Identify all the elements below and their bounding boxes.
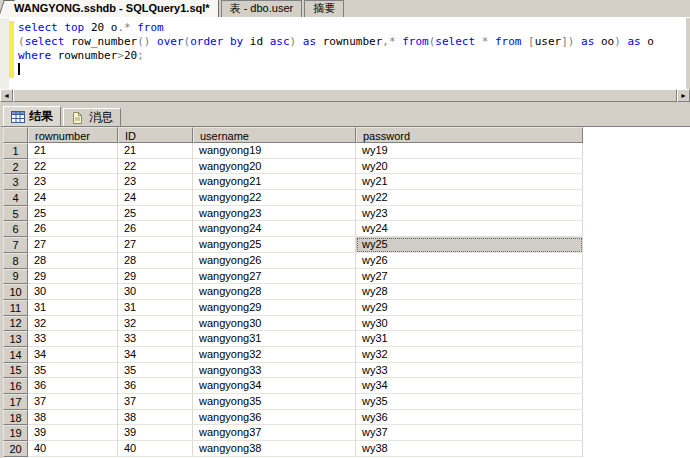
- cell-password[interactable]: wy31: [356, 331, 583, 347]
- cell-id[interactable]: 34: [118, 347, 193, 363]
- cell-rownumber[interactable]: 28: [28, 253, 118, 269]
- cell-id[interactable]: 27: [118, 237, 193, 253]
- row-number-cell[interactable]: 11: [3, 300, 28, 316]
- row-number-cell[interactable]: 14: [3, 347, 28, 363]
- cell-username[interactable]: wangyong36: [193, 410, 356, 426]
- column-header-password[interactable]: password: [356, 127, 583, 143]
- editor-horizontal-scrollbar[interactable]: ◄ ►: [0, 89, 690, 102]
- row-number-cell[interactable]: 20: [3, 441, 28, 457]
- cell-password[interactable]: wy22: [356, 190, 583, 206]
- cell-username[interactable]: wangyong19: [193, 143, 356, 159]
- row-number-cell[interactable]: 16: [3, 378, 28, 394]
- cell-rownumber[interactable]: 40: [28, 441, 118, 457]
- doc-tab-sqlquery[interactable]: WANGYONG.sshdb - SQLQuery1.sql*: [6, 0, 219, 17]
- cell-id[interactable]: 25: [118, 206, 193, 222]
- cell-rownumber[interactable]: 22: [28, 159, 118, 175]
- cell-password[interactable]: wy35: [356, 394, 583, 410]
- cell-password[interactable]: wy28: [356, 284, 583, 300]
- cell-id[interactable]: 39: [118, 425, 193, 441]
- cell-password[interactable]: wy36: [356, 410, 583, 426]
- cell-username[interactable]: wangyong30: [193, 316, 356, 332]
- sql-code[interactable]: select top 20 o.* from(select row_number…: [18, 21, 680, 63]
- cell-username[interactable]: wangyong34: [193, 378, 356, 394]
- cell-password[interactable]: wy29: [356, 300, 583, 316]
- row-number-cell[interactable]: 19: [3, 425, 28, 441]
- cell-rownumber[interactable]: 30: [28, 284, 118, 300]
- row-number-cell[interactable]: 15: [3, 363, 28, 379]
- row-number-cell[interactable]: 1: [3, 143, 28, 159]
- cell-username[interactable]: wangyong22: [193, 190, 356, 206]
- row-number-cell[interactable]: 5: [3, 206, 28, 222]
- cell-id[interactable]: 28: [118, 253, 193, 269]
- cell-username[interactable]: wangyong38: [193, 441, 356, 457]
- scroll-right-button[interactable]: ►: [677, 89, 690, 102]
- cell-username[interactable]: wangyong20: [193, 159, 356, 175]
- cell-id[interactable]: 40: [118, 441, 193, 457]
- cell-rownumber[interactable]: 36: [28, 378, 118, 394]
- cell-rownumber[interactable]: 23: [28, 174, 118, 190]
- cell-username[interactable]: wangyong27: [193, 269, 356, 285]
- selected-cell[interactable]: wy25: [356, 237, 583, 253]
- row-number-cell[interactable]: 8: [3, 253, 28, 269]
- cell-password[interactable]: wy19: [356, 143, 583, 159]
- row-number-cell[interactable]: 4: [3, 190, 28, 206]
- column-header-username[interactable]: username: [193, 127, 356, 143]
- row-number-cell[interactable]: 9: [3, 269, 28, 285]
- cell-password[interactable]: wy27: [356, 269, 583, 285]
- cell-id[interactable]: 24: [118, 190, 193, 206]
- cell-password[interactable]: wy32: [356, 347, 583, 363]
- cell-id[interactable]: 33: [118, 331, 193, 347]
- cell-rownumber[interactable]: 34: [28, 347, 118, 363]
- cell-rownumber[interactable]: 35: [28, 363, 118, 379]
- row-number-cell[interactable]: 3: [3, 174, 28, 190]
- cell-username[interactable]: wangyong25: [193, 237, 356, 253]
- tab-results[interactable]: 结果: [3, 106, 61, 126]
- cell-id[interactable]: 26: [118, 221, 193, 237]
- cell-id[interactable]: 38: [118, 410, 193, 426]
- cell-id[interactable]: 35: [118, 363, 193, 379]
- cell-id[interactable]: 37: [118, 394, 193, 410]
- row-number-cell[interactable]: 13: [3, 331, 28, 347]
- cell-id[interactable]: 32: [118, 316, 193, 332]
- cell-id[interactable]: 29: [118, 269, 193, 285]
- cell-username[interactable]: wangyong33: [193, 363, 356, 379]
- cell-username[interactable]: wangyong24: [193, 221, 356, 237]
- cell-username[interactable]: wangyong26: [193, 253, 356, 269]
- row-number-cell[interactable]: 2: [3, 159, 28, 175]
- cell-username[interactable]: wangyong32: [193, 347, 356, 363]
- cell-rownumber[interactable]: 38: [28, 410, 118, 426]
- cell-password[interactable]: wy20: [356, 159, 583, 175]
- cell-rownumber[interactable]: 27: [28, 237, 118, 253]
- tab-messages[interactable]: 消息: [63, 108, 121, 126]
- cell-password[interactable]: wy33: [356, 363, 583, 379]
- cell-id[interactable]: 21: [118, 143, 193, 159]
- column-header-id[interactable]: ID: [118, 127, 193, 143]
- row-number-cell[interactable]: 10: [3, 284, 28, 300]
- cell-username[interactable]: wangyong35: [193, 394, 356, 410]
- sql-editor[interactable]: select top 20 o.* from(select row_number…: [0, 18, 690, 89]
- row-number-cell[interactable]: 12: [3, 316, 28, 332]
- cell-rownumber[interactable]: 33: [28, 331, 118, 347]
- row-number-cell[interactable]: 17: [3, 394, 28, 410]
- cell-rownumber[interactable]: 32: [28, 316, 118, 332]
- cell-rownumber[interactable]: 25: [28, 206, 118, 222]
- cell-id[interactable]: 36: [118, 378, 193, 394]
- cell-password[interactable]: wy37: [356, 425, 583, 441]
- cell-rownumber[interactable]: 39: [28, 425, 118, 441]
- cell-id[interactable]: 22: [118, 159, 193, 175]
- scrollbar-thumb[interactable]: [13, 89, 677, 102]
- cell-password[interactable]: wy34: [356, 378, 583, 394]
- cell-rownumber[interactable]: 37: [28, 394, 118, 410]
- cell-username[interactable]: wangyong28: [193, 284, 356, 300]
- grid-corner-cell[interactable]: [3, 127, 28, 143]
- row-number-cell[interactable]: 18: [3, 410, 28, 426]
- column-header-rownumber[interactable]: rownumber: [28, 127, 118, 143]
- cell-rownumber[interactable]: 26: [28, 221, 118, 237]
- row-number-cell[interactable]: 6: [3, 221, 28, 237]
- cell-username[interactable]: wangyong23: [193, 206, 356, 222]
- cell-rownumber[interactable]: 21: [28, 143, 118, 159]
- scroll-left-button[interactable]: ◄: [0, 89, 13, 102]
- cell-password[interactable]: wy38: [356, 441, 583, 457]
- cell-username[interactable]: wangyong29: [193, 300, 356, 316]
- cell-password[interactable]: wy30: [356, 316, 583, 332]
